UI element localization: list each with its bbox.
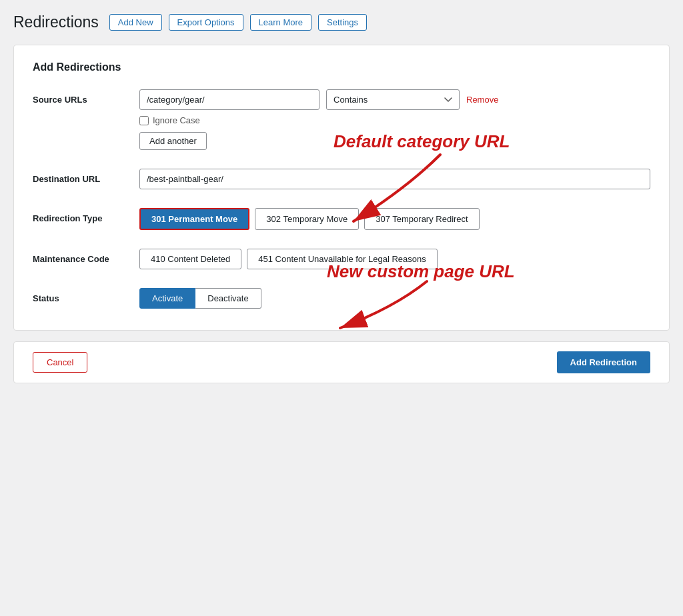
redirection-type-row: Redirection Type 301 Permanent Move 302 … bbox=[33, 208, 650, 230]
contains-select[interactable]: Contains Exact Match Starts With Ends Wi… bbox=[326, 89, 460, 110]
status-label: Status bbox=[33, 288, 139, 303]
maintenance-code-group: 410 Content Deleted 451 Content Unavaila… bbox=[139, 249, 650, 269]
source-urls-field: Contains Exact Match Starts With Ends Wi… bbox=[139, 89, 650, 150]
destination-url-input[interactable] bbox=[139, 169, 650, 189]
source-urls-row: Source URLs Contains Exact Match Starts … bbox=[33, 89, 650, 150]
maint-451-button[interactable]: 451 Content Unavailable for Legal Reason… bbox=[247, 249, 438, 269]
learn-more-button[interactable]: Learn More bbox=[250, 14, 311, 31]
add-another-button[interactable]: Add another bbox=[139, 132, 207, 150]
settings-button[interactable]: Settings bbox=[318, 14, 367, 31]
add-new-button[interactable]: Add New bbox=[109, 14, 162, 31]
maint-410-button[interactable]: 410 Content Deleted bbox=[139, 249, 241, 269]
destination-url-field bbox=[139, 169, 650, 189]
cancel-button[interactable]: Cancel bbox=[33, 352, 87, 373]
redirection-type-field: 301 Permanent Move 302 Temporary Move 30… bbox=[139, 208, 650, 230]
maintenance-code-row: Maintenance Code 410 Content Deleted 451… bbox=[33, 249, 650, 269]
activate-button[interactable]: Activate bbox=[139, 288, 195, 309]
maintenance-code-label: Maintenance Code bbox=[33, 249, 139, 264]
export-options-button[interactable]: Export Options bbox=[169, 14, 243, 31]
destination-url-label: Destination URL bbox=[33, 169, 139, 184]
type-301-button[interactable]: 301 Permanent Move bbox=[139, 208, 249, 230]
redirection-type-group: 301 Permanent Move 302 Temporary Move 30… bbox=[139, 208, 650, 230]
source-urls-label: Source URLs bbox=[33, 89, 139, 105]
form-footer: Cancel Add Redirection bbox=[13, 341, 670, 383]
status-row: Status Activate Deactivate bbox=[33, 288, 650, 309]
remove-link[interactable]: Remove bbox=[466, 95, 498, 105]
deactivate-button[interactable]: Deactivate bbox=[195, 288, 261, 309]
type-307-button[interactable]: 307 Temporary Redirect bbox=[364, 208, 480, 230]
destination-url-row: Destination URL bbox=[33, 169, 650, 189]
status-group: Activate Deactivate bbox=[139, 288, 650, 309]
maintenance-code-field: 410 Content Deleted 451 Content Unavaila… bbox=[139, 249, 650, 269]
ignore-case-row: Ignore Case bbox=[139, 115, 650, 125]
redirection-type-label: Redirection Type bbox=[33, 208, 139, 223]
ignore-case-checkbox[interactable] bbox=[139, 116, 149, 125]
add-redirection-button[interactable]: Add Redirection bbox=[557, 351, 650, 373]
status-field: Activate Deactivate bbox=[139, 288, 650, 309]
ignore-case-label: Ignore Case bbox=[153, 115, 200, 125]
type-302-button[interactable]: 302 Temporary Move bbox=[255, 208, 359, 230]
source-url-input-row: Contains Exact Match Starts With Ends Wi… bbox=[139, 89, 650, 110]
redirections-form-card: Add Redirections Source URLs Contains Ex… bbox=[13, 45, 670, 331]
form-section-title: Add Redirections bbox=[33, 61, 650, 73]
source-url-input[interactable] bbox=[139, 89, 319, 110]
page-title: Redirections bbox=[13, 13, 99, 31]
